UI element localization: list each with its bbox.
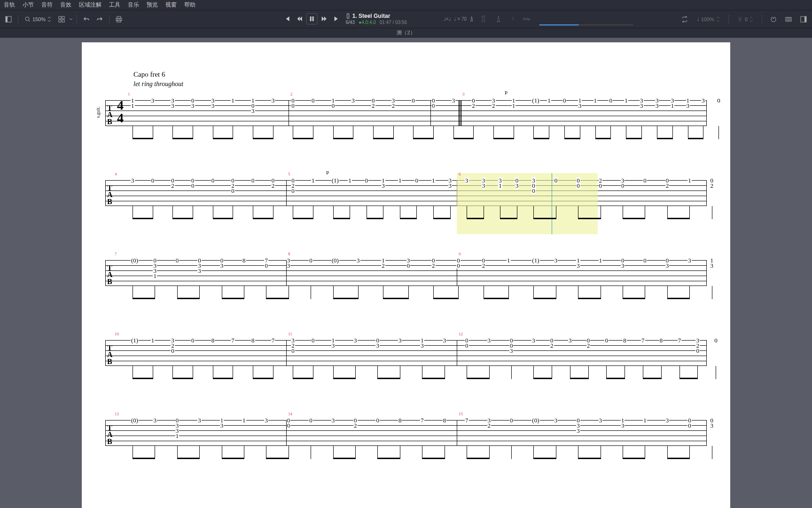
panel-right-icon[interactable]	[798, 14, 809, 25]
stepper-icon[interactable]	[47, 16, 51, 22]
menu-track[interactable]: 音轨	[4, 1, 15, 9]
toolbar: 150% 1. Steel Guitar	[0, 10, 812, 28]
speed-value: 100%	[701, 16, 714, 22]
score-page: Capo fret 6 let ring throughout s.guit. …	[82, 42, 730, 508]
zoom-value: 150%	[32, 16, 46, 22]
print-button[interactable]	[113, 14, 125, 25]
tuning-fork-icon	[737, 16, 743, 22]
loop-button[interactable]	[679, 14, 690, 25]
metronome-icon[interactable]	[469, 16, 474, 22]
document-tab[interactable]: 溯（2）	[0, 28, 812, 38]
menu-music[interactable]: 音乐	[128, 1, 139, 9]
menu-preview[interactable]: 预览	[147, 1, 158, 9]
layout-icon[interactable]	[56, 14, 67, 25]
menu-bar-item[interactable]: 小节	[23, 1, 34, 9]
svg-rect-12	[312, 16, 314, 21]
guitar-icon	[346, 13, 351, 19]
svg-point-2	[25, 17, 29, 21]
menu-help[interactable]: 帮助	[184, 1, 195, 9]
time-position: 01:47 / 03:56	[380, 20, 407, 25]
measure-number: 2	[290, 92, 293, 96]
menu-effects[interactable]: 音效	[60, 1, 71, 9]
speed-control[interactable]: ♩ 100%	[694, 16, 723, 22]
note-speed-icon: ♩	[697, 16, 699, 22]
beat-position: ●4.0:4.0	[359, 20, 376, 25]
staff-row[interactable]: s.guit. TAB 44 1 2 3 P 1/1 3 3/3	[101, 91, 711, 143]
dropdown-icon[interactable]	[69, 16, 73, 22]
search-icon	[25, 16, 31, 22]
tab-lines	[105, 100, 707, 126]
menu-window[interactable]: 视窗	[165, 1, 177, 9]
staff-row[interactable]: TAB 4 5 6 P 3 0 0/2 0/0 0 0/2/0 0 0/2 0/…	[101, 171, 711, 222]
playhead	[552, 173, 552, 234]
menu-note[interactable]: 音符	[41, 1, 53, 9]
track-name-label: 1. Steel Guitar	[352, 13, 390, 19]
svg-rect-8	[117, 16, 121, 18]
svg-rect-5	[62, 16, 64, 19]
pull-off-label: P	[505, 90, 508, 95]
panel-toggle-icon[interactable]	[3, 14, 14, 25]
menu-section[interactable]: 区域注解	[79, 1, 102, 9]
svg-rect-7	[62, 20, 64, 22]
svg-rect-1	[6, 16, 8, 22]
redo-button[interactable]	[94, 14, 105, 25]
undo-button[interactable]	[81, 14, 92, 25]
rewind-button[interactable]	[294, 13, 305, 24]
progress-bar[interactable]	[539, 24, 633, 25]
progress-fill	[539, 24, 579, 25]
text-size-icon[interactable]: A≡₄	[523, 16, 530, 21]
staff-row[interactable]: TAB 101112 (1) 1 3/2/0 0 8 7 8 7 3/2/0 0…	[101, 331, 711, 382]
transport-controls: 1. Steel Guitar 6/43 ●4.0:4.0 01:47 / 03…	[282, 13, 531, 25]
metronome-toggle[interactable]	[493, 13, 504, 24]
svg-rect-4	[59, 16, 61, 19]
score-canvas[interactable]: Capo fret 6 let ring throughout s.guit. …	[0, 38, 812, 508]
pitch-control[interactable]: 0	[734, 16, 756, 22]
menu-bar: 音轨 小节 音符 音效 区域注解 工具 音乐 预览 视窗 帮助	[0, 0, 812, 10]
timer-icon[interactable]	[478, 13, 489, 24]
countdown-icon[interactable]: ⠇	[508, 13, 519, 24]
bar-position: 6/43	[346, 20, 355, 25]
pause-button[interactable]	[306, 13, 318, 24]
tempo-value: ♩ = 70	[454, 16, 467, 22]
measure-number: 1	[128, 92, 130, 96]
staff-row[interactable]: TAB 131415 (0) 3 0/3/3/1 3 1/3 1 3 0/0 0…	[101, 411, 711, 462]
letring-label: let ring throughout	[133, 80, 711, 88]
keyboard-button[interactable]	[783, 14, 794, 25]
svg-rect-18	[804, 16, 806, 22]
skip-start-button[interactable]	[282, 13, 293, 24]
tempo-relative: ♩=♩	[444, 16, 451, 22]
capo-label: Capo fret 6	[133, 71, 711, 79]
svg-rect-11	[310, 16, 312, 21]
skip-end-button[interactable]	[331, 13, 342, 24]
zoom-control[interactable]: 150%	[22, 16, 54, 22]
svg-rect-6	[59, 20, 61, 22]
fretboard-button[interactable]	[768, 14, 779, 25]
forward-button[interactable]	[319, 13, 330, 24]
pitch-value: 0	[745, 16, 748, 22]
staff-row[interactable]: TAB 789 (0) 0/3/3/1 0 0/3/3 0/3 8 7/0 3/…	[101, 251, 711, 302]
svg-line-3	[29, 20, 30, 22]
measure-number: 3	[462, 92, 465, 96]
instrument-label: s.guit.	[95, 106, 101, 118]
menu-tools[interactable]: 工具	[109, 1, 120, 9]
